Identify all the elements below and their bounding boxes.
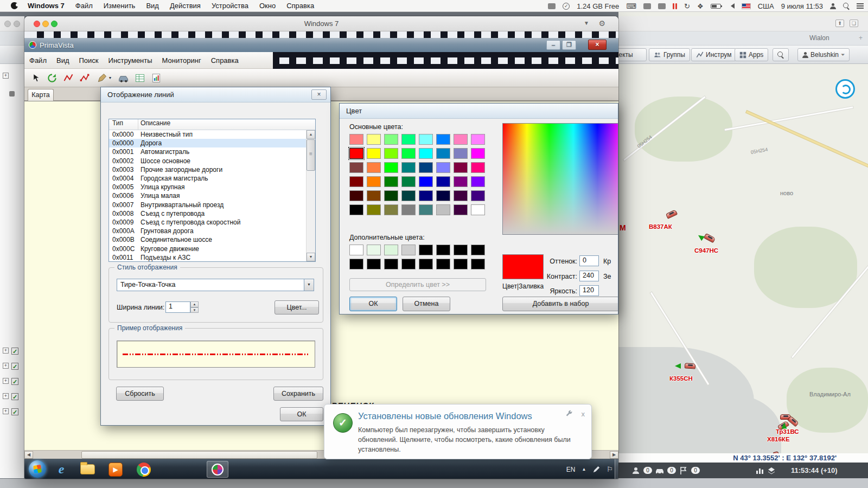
menu-file[interactable]: Файл <box>70 0 98 12</box>
monitoring-list-item[interactable]: +✓ <box>0 390 24 405</box>
color-swatch[interactable] <box>471 190 485 201</box>
wrench-icon[interactable] <box>565 410 573 418</box>
scroll-left-arrow[interactable]: ◀ <box>24 451 33 459</box>
color-swatch[interactable] <box>436 190 450 201</box>
color-swatch[interactable] <box>401 148 416 159</box>
color-swatch[interactable] <box>401 190 416 201</box>
taskbar-primavista-icon[interactable] <box>207 461 228 478</box>
color-swatch[interactable] <box>401 176 416 187</box>
color-swatch[interactable] <box>384 259 398 269</box>
color-cancel-button[interactable]: Отмена <box>403 297 450 311</box>
scroll-down-arrow[interactable]: ▼ <box>307 253 315 261</box>
brightness-input[interactable]: 120 <box>579 285 599 296</box>
line-type-row[interactable]: 0x0007Внутриквартальный проезд <box>109 201 315 209</box>
pv-close-button[interactable]: × <box>588 40 607 50</box>
unit-label[interactable]: К355СН <box>669 375 693 382</box>
color-swatch[interactable] <box>349 134 363 145</box>
pv-maximize-button[interactable]: ❐ <box>562 40 576 50</box>
color-swatch[interactable] <box>384 190 398 201</box>
gear-icon[interactable]: ⚙ <box>598 19 605 28</box>
lines-dialog-titlebar[interactable]: Отображение линий × <box>101 87 330 102</box>
pv-menu-view[interactable]: Вид <box>52 56 74 65</box>
monitoring-list-item[interactable]: +✓ <box>0 344 24 359</box>
color-swatch[interactable] <box>384 204 398 215</box>
line-type-row[interactable]: 0x0008Съезд с путепровода <box>109 209 315 218</box>
unit-checkbox[interactable]: ✓ <box>11 348 18 355</box>
browser-tab-title[interactable]: Wialon <box>809 34 829 42</box>
apple-menu-icon[interactable] <box>11 2 18 9</box>
spin-down-icon[interactable]: ▼ <box>190 307 199 313</box>
color-swatch[interactable] <box>471 259 485 269</box>
color-swatch[interactable] <box>436 162 450 173</box>
unit-checkbox[interactable]: ✓ <box>11 378 18 385</box>
tablet-pen-icon[interactable] <box>592 466 600 473</box>
color-swatch[interactable] <box>349 259 363 269</box>
spin-up-icon[interactable]: ▲ <box>190 301 199 307</box>
layers-icon[interactable] <box>767 466 776 475</box>
line-type-row[interactable]: 0x0009Съезд с путепровода скоростной <box>109 218 315 227</box>
expand-icon[interactable]: + <box>3 393 9 399</box>
color-swatch[interactable] <box>367 162 381 173</box>
taskbar-media-player-icon[interactable]: ▶ <box>105 461 126 478</box>
bluetooth-icon[interactable]: ❖ <box>697 2 704 10</box>
vehicles-icon[interactable] <box>655 466 664 475</box>
battery-icon[interactable] <box>711 4 721 9</box>
color-swatch[interactable] <box>401 162 416 173</box>
color-swatch[interactable] <box>367 134 381 145</box>
notification-center-icon[interactable] <box>857 3 864 9</box>
monitoring-list-item[interactable]: +✓ <box>0 359 24 375</box>
keyboard-icon[interactable]: ⌨ <box>626 2 636 10</box>
line-style-select[interactable]: Тире-Точка-Точка ▼ <box>117 279 314 291</box>
input-language-flag-icon[interactable] <box>742 3 751 9</box>
color-swatch[interactable] <box>384 148 398 159</box>
color-swatch[interactable] <box>454 204 468 215</box>
language-indicator[interactable]: EN <box>566 466 576 473</box>
copy-window-icon[interactable]: ❏ <box>850 20 858 27</box>
expand-icon[interactable]: + <box>3 363 9 369</box>
list-header[interactable]: Тип Описание <box>109 119 315 130</box>
input-language-label[interactable]: США <box>758 2 774 10</box>
contrast-input[interactable]: 240 <box>579 271 599 281</box>
sync-icon[interactable]: ↻ <box>684 2 690 10</box>
color-swatch[interactable] <box>367 204 381 215</box>
color-swatch[interactable] <box>454 134 468 145</box>
scrollbar-thumb[interactable] <box>81 451 317 459</box>
report-icon[interactable] <box>149 71 163 85</box>
unit-label[interactable]: В837АК <box>649 223 672 230</box>
line-type-row[interactable]: 0x000AГрунтовая дорога <box>109 227 315 235</box>
list-scrollbar[interactable]: ▲ ▼ <box>306 130 315 261</box>
draw-tool-icon[interactable]: ▼ <box>94 71 114 85</box>
define-color-button[interactable]: Определить цвет >> <box>349 278 486 291</box>
scrollbar-thumb[interactable] <box>307 139 315 171</box>
select-tool-icon[interactable] <box>29 71 43 85</box>
menu-edit[interactable]: Изменить <box>98 0 141 12</box>
color-swatch[interactable] <box>384 134 398 145</box>
vm-app-menu[interactable]: Windows 7 <box>22 0 70 12</box>
panel-icon[interactable] <box>9 91 15 97</box>
phone-icon[interactable] <box>643 3 651 9</box>
color-swatch[interactable] <box>454 162 468 173</box>
add-to-custom-button[interactable]: Добавить в набор <box>502 297 618 311</box>
show-desktop-button[interactable] <box>615 459 618 479</box>
line-type-row[interactable]: 0x0000Неизвестный тип <box>109 130 315 139</box>
unit-marker-icon[interactable] <box>666 209 678 219</box>
color-swatch[interactable] <box>454 190 468 201</box>
hue-saturation-field[interactable] <box>502 123 618 235</box>
status-icon[interactable] <box>548 3 556 9</box>
menu-actions[interactable]: Действия <box>164 0 206 12</box>
color-swatch[interactable] <box>454 148 468 159</box>
color-ok-button[interactable]: ОК <box>349 297 397 311</box>
chevron-down-icon[interactable]: ▼ <box>304 279 314 291</box>
expand-icon[interactable]: + <box>3 73 9 79</box>
action-center-flag-icon[interactable]: ⚐ <box>607 465 613 473</box>
color-button[interactable]: Цвет... <box>275 300 319 314</box>
menu-devices[interactable]: Устройства <box>206 0 254 12</box>
wialon-tools-button[interactable]: Инструм <box>691 48 736 61</box>
line-type-row[interactable]: 0x0003Прочие загородные дороги <box>109 165 315 174</box>
geofence-icon[interactable] <box>679 466 688 475</box>
wialon-search-button[interactable] <box>773 48 789 61</box>
display-icon[interactable] <box>658 3 666 9</box>
line-type-row[interactable]: 0x0004Городская магистраль <box>109 174 315 183</box>
check-status-icon[interactable]: ✓ <box>563 3 570 10</box>
color-swatch[interactable] <box>349 190 363 201</box>
